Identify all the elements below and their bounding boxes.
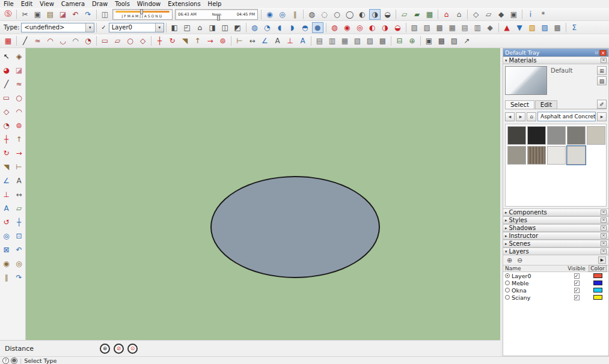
pie-icon[interactable]: ◔ xyxy=(1,118,13,132)
drawing-canvas[interactable] xyxy=(26,48,500,340)
follow-me-icon[interactable]: → xyxy=(204,35,216,46)
rotate-icon[interactable]: ↻ xyxy=(167,35,178,46)
3d-text-icon[interactable]: A xyxy=(1,201,13,215)
polygon-icon[interactable]: ◇ xyxy=(1,105,13,118)
material-preview[interactable] xyxy=(505,66,547,95)
freehand-icon[interactable]: ≈ xyxy=(13,77,25,91)
back-edges-icon[interactable]: ◌ xyxy=(319,9,330,20)
sample-paint-icon[interactable]: ✐ xyxy=(597,100,607,109)
column-color[interactable]: Color xyxy=(589,265,607,272)
dice-blue-icon[interactable]: ▼ xyxy=(514,22,525,33)
date-slider-thumb[interactable] xyxy=(140,9,143,14)
chevron-down-icon[interactable]: ▾ xyxy=(85,23,94,32)
model-info-icon[interactable]: i xyxy=(525,9,536,20)
collection-combobox[interactable]: Asphalt and Concrete ▾ xyxy=(537,112,596,121)
layer-row-meble[interactable]: Meble✓ xyxy=(503,279,608,287)
close-section-icon[interactable]: × xyxy=(601,241,607,246)
layer-row-layer0[interactable]: Layer0✓ xyxy=(503,272,608,279)
material-swatch-concrete-gray[interactable] xyxy=(547,126,566,145)
offset-icon[interactable]: ⊚ xyxy=(217,35,228,46)
column-visible[interactable]: Visible xyxy=(565,265,589,271)
rectangle-icon[interactable]: ▭ xyxy=(1,91,13,105)
close-section-icon[interactable]: × xyxy=(601,58,607,63)
axes-icon[interactable]: ⊥ xyxy=(1,187,13,201)
date-slider-track[interactable] xyxy=(115,11,170,13)
solid-trim-icon[interactable]: ◐ xyxy=(367,22,378,33)
stamp-icon[interactable]: ▦ xyxy=(447,22,458,33)
arc-icon[interactable]: ◠ xyxy=(44,35,56,46)
shaded-sphere-icon[interactable]: ◍ xyxy=(249,22,260,33)
section-header-scenes[interactable]: ▸Scenes× xyxy=(503,240,608,247)
user-icon[interactable]: ☻ xyxy=(11,357,17,364)
iso-view-icon[interactable]: ◧ xyxy=(169,22,180,33)
secondary-pane-icon[interactable]: ▨ xyxy=(597,76,607,85)
push-pull-icon[interactable]: ↑ xyxy=(192,35,203,46)
pan-icon[interactable]: ┼ xyxy=(13,215,25,229)
line-icon[interactable]: ╱ xyxy=(19,35,31,46)
look-around-icon[interactable]: ◎ xyxy=(13,256,25,270)
paint-bucket-icon[interactable]: ◕ xyxy=(1,63,13,77)
walk-icon[interactable]: ∥ xyxy=(289,9,301,20)
add-location-icon[interactable]: ⊕ xyxy=(406,35,418,46)
dome-icon[interactable]: ◓ xyxy=(299,22,311,33)
move-icon[interactable]: ┼ xyxy=(1,132,13,146)
pin-icon[interactable]: ▫ xyxy=(595,50,598,55)
close-icon[interactable]: × xyxy=(599,50,607,56)
parallel-projection-icon[interactable]: ▱ xyxy=(483,9,494,20)
pie-icon[interactable]: ◔ xyxy=(82,35,94,46)
section-header-shadows[interactable]: ▸Shadows× xyxy=(503,224,608,232)
undo-icon[interactable]: ↶ xyxy=(70,9,81,20)
3d-warehouse-icon[interactable]: ⌂ xyxy=(441,9,452,20)
redo-icon[interactable]: ↷ xyxy=(82,9,94,20)
flip-edge-icon[interactable]: ◆ xyxy=(485,22,496,33)
layers-section-header[interactable]: ▾ Layers × xyxy=(503,247,608,255)
perspective-icon[interactable]: ◇ xyxy=(470,9,482,20)
rectangle-icon[interactable]: ▭ xyxy=(99,35,111,46)
tab-select[interactable]: Select xyxy=(505,100,534,109)
plugin-tool-3-icon[interactable]: ⊙ xyxy=(127,344,138,354)
extension-warehouse-icon[interactable]: ⌂ xyxy=(453,9,465,20)
hatch-cross-icon[interactable]: ▥ xyxy=(326,35,338,46)
back-view-icon[interactable]: ◫ xyxy=(219,22,231,33)
forward-arrow-icon[interactable]: ▸ xyxy=(516,112,525,121)
follow-me-icon[interactable]: → xyxy=(13,146,25,160)
material-swatch-concrete-smooth[interactable] xyxy=(547,146,566,165)
material-swatch-concrete-tan[interactable] xyxy=(587,126,605,145)
layer-current-radio[interactable] xyxy=(505,295,510,300)
close-section-icon[interactable]: × xyxy=(601,233,607,238)
hatch-brick-icon[interactable]: ▤ xyxy=(314,35,325,46)
push-pull-icon[interactable]: ↑ xyxy=(13,132,25,146)
layer-current-radio[interactable] xyxy=(505,273,510,278)
export-icon[interactable]: ↗ xyxy=(461,35,473,46)
position-camera-icon[interactable]: ◉ xyxy=(264,9,275,20)
dice-red-icon[interactable]: ▲ xyxy=(501,22,513,33)
layer-visible-checkbox[interactable]: ✓ xyxy=(574,295,580,300)
layer-current-radio[interactable] xyxy=(505,288,510,293)
3d-text-icon[interactable]: A xyxy=(297,35,308,46)
section-plane-icon[interactable]: ▱ xyxy=(13,201,25,215)
menu-draw[interactable]: Draw xyxy=(88,0,111,8)
smoove-icon[interactable]: ▩ xyxy=(434,22,445,33)
right-view-icon[interactable]: ◨ xyxy=(207,22,218,33)
remove-layer-icon[interactable]: ⊖ xyxy=(516,256,524,264)
shadow-settings-icon[interactable]: ◫ xyxy=(99,9,111,20)
polygon-icon[interactable]: ◇ xyxy=(137,35,148,46)
material-swatch-concrete-form-board[interactable] xyxy=(527,146,546,165)
column-name[interactable]: Name xyxy=(505,265,565,271)
dimension-icon[interactable]: ↔ xyxy=(246,35,258,46)
cut-icon[interactable]: ✂ xyxy=(19,9,31,20)
add-detail-icon[interactable]: ▥ xyxy=(472,22,483,33)
freehand-icon[interactable]: ≈ xyxy=(32,35,43,46)
close-section-icon[interactable]: × xyxy=(601,210,607,215)
match-photo-icon[interactable]: ▣ xyxy=(508,9,519,20)
cylinder-icon[interactable]: ◗ xyxy=(287,22,298,33)
shaded-icon[interactable]: ◐ xyxy=(357,9,368,20)
generate-report-icon[interactable]: Σ xyxy=(569,22,580,33)
rotated-rectangle-icon[interactable]: ▱ xyxy=(112,35,123,46)
protractor-icon[interactable]: ∠ xyxy=(259,35,271,46)
hatch-dense-icon[interactable]: ▩ xyxy=(377,35,388,46)
hatch-diag-icon[interactable]: ▧ xyxy=(352,35,363,46)
time-slider-thumb[interactable] xyxy=(217,15,220,20)
section-cuts-icon[interactable]: ▰ xyxy=(411,9,423,20)
type-combobox[interactable]: <undefined> ▾ xyxy=(21,23,94,32)
